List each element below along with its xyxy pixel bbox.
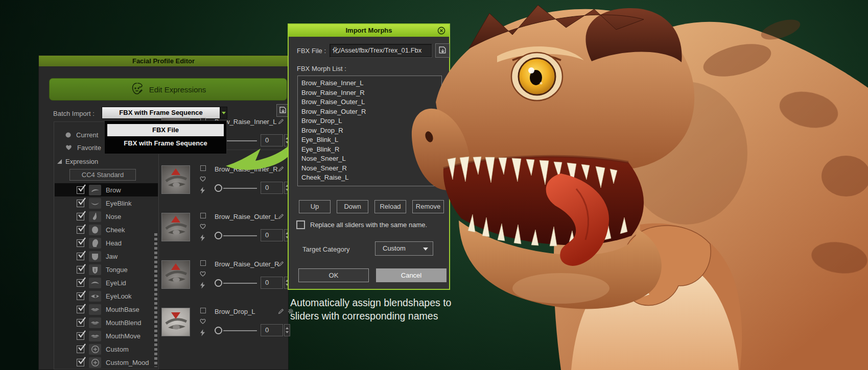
tree-item-brow[interactable]: Brow	[55, 183, 158, 196]
slider-value-field[interactable]: 0	[261, 182, 283, 194]
checkbox-checked-icon[interactable]	[77, 306, 84, 313]
tree-item-head[interactable]: Head	[55, 236, 158, 250]
heart-icon[interactable]	[200, 318, 206, 324]
slider-thumbnail[interactable]	[161, 213, 190, 241]
down-button[interactable]: Down	[337, 200, 368, 213]
reload-button[interactable]: Reload	[374, 200, 406, 213]
checkbox-checked-icon[interactable]	[77, 266, 84, 274]
slider-thumbnail[interactable]	[161, 165, 190, 194]
slider-track[interactable]	[223, 235, 257, 236]
tree-item-mouthmove[interactable]: MouthMove	[55, 329, 158, 342]
morph-list-item[interactable]: Brow_Raise_Outer_L	[301, 97, 441, 107]
pencil-icon[interactable]	[278, 261, 284, 267]
morph-list-item[interactable]: Brow_Raise_Outer_R	[301, 107, 441, 117]
slider-checkbox[interactable]	[200, 260, 206, 266]
browse-fbx-button[interactable]	[435, 43, 450, 58]
slider-checkbox[interactable]	[200, 213, 206, 218]
remove-button[interactable]: Remove	[412, 200, 444, 213]
dropdown-arrow-button[interactable]	[220, 107, 227, 119]
editor-title-bar[interactable]: Facial Profile Editor	[39, 56, 288, 66]
pencil-icon[interactable]	[278, 308, 284, 314]
cc4-standard-button[interactable]: CC4 Standard	[69, 169, 136, 181]
dropdown-menu-item[interactable]: FBX with Frame Sequence	[107, 137, 224, 150]
checkbox-checked-icon[interactable]	[77, 279, 84, 287]
morph-list-item[interactable]: Brow_Drop_L	[301, 116, 441, 126]
tree-item-mouthbase[interactable]: MouthBase	[55, 303, 158, 316]
tree-item-tongue[interactable]: Tongue	[55, 263, 158, 276]
value-spinner[interactable]	[284, 324, 290, 336]
edit-expressions-button[interactable]: Edit Expressions	[49, 78, 287, 101]
checkbox-checked-icon[interactable]	[77, 292, 84, 300]
pencil-icon[interactable]	[278, 118, 284, 125]
tree-item-eyelid[interactable]: EyeLid	[55, 276, 158, 289]
close-icon[interactable]	[437, 27, 445, 35]
checkbox-checked-icon[interactable]	[77, 253, 84, 260]
slider-value-field[interactable]: 0	[261, 324, 283, 336]
slider-checkbox[interactable]	[200, 308, 206, 313]
slider-knob[interactable]	[215, 327, 222, 334]
batch-import-dropdown[interactable]: FBX with Frame Sequence	[102, 107, 227, 119]
morph-list-item[interactable]: Eye_Blink_R	[301, 145, 441, 155]
slider-track[interactable]	[223, 330, 257, 331]
slider-value-field[interactable]: 0	[261, 134, 283, 146]
morph-list-item[interactable]: Cheek_Raise_L	[301, 173, 441, 183]
tree-item-mouthblend[interactable]: MouthBlend	[55, 316, 158, 329]
slider-value-field[interactable]: 0	[261, 229, 283, 241]
replace-sliders-option[interactable]: Replace all sliders with the same name.	[296, 220, 427, 229]
tree-item-custom[interactable]: Custom	[55, 342, 158, 356]
slider-value-field[interactable]: 0	[261, 277, 283, 289]
tree-item-current[interactable]: Current	[65, 130, 98, 140]
lightning-icon[interactable]	[200, 187, 205, 194]
tree-item-eyeblink[interactable]: EyeBlink	[55, 196, 158, 210]
morph-list-item[interactable]: Nose_Sneer_L	[301, 154, 441, 164]
tree-scrollbar[interactable]	[154, 233, 157, 367]
pencil-icon[interactable]	[278, 213, 284, 219]
morph-list-item[interactable]: Nose_Sneer_R	[301, 164, 441, 174]
slider-knob[interactable]	[215, 232, 222, 239]
pencil-icon[interactable]	[278, 166, 284, 172]
slider-track[interactable]	[223, 140, 257, 141]
tree-item-cheek[interactable]: Cheek	[55, 223, 158, 236]
checkbox-checked-icon[interactable]	[77, 319, 84, 327]
cancel-button[interactable]: Cancel	[376, 268, 447, 282]
morph-list-item[interactable]: Brow_Drop_R	[301, 126, 441, 136]
checkbox-checked-icon[interactable]	[77, 186, 84, 194]
slider-track[interactable]	[223, 283, 257, 284]
fbx-morph-listbox[interactable]: Brow_Raise_Inner_LBrow_Raise_Inner_RBrow…	[297, 76, 442, 186]
checkbox-checked-icon[interactable]	[77, 239, 84, 247]
checkbox-checked-icon[interactable]	[77, 346, 84, 353]
slider-knob[interactable]	[215, 279, 222, 287]
morph-list-item[interactable]: Brow_Raise_Inner_L	[301, 79, 441, 88]
tree-item-jaw[interactable]: Jaw	[55, 250, 158, 263]
slider-knob[interactable]	[215, 184, 222, 192]
tree-item-nose[interactable]: Nose	[55, 210, 158, 223]
tree-item-eyelook[interactable]: EyeLook	[55, 289, 158, 303]
lightning-icon[interactable]	[200, 282, 205, 289]
lightning-icon[interactable]	[200, 329, 205, 336]
checkbox-checked-icon[interactable]	[77, 359, 84, 366]
checkbox-checked-icon[interactable]	[77, 200, 84, 207]
morph-list-item[interactable]: Eye_Blink_L	[301, 135, 441, 145]
checkbox-checked-icon[interactable]	[77, 213, 84, 220]
slider-track[interactable]	[223, 188, 257, 189]
lightning-icon[interactable]	[200, 234, 205, 241]
tree-item-favorite[interactable]: Favorite	[65, 142, 101, 153]
heart-icon[interactable]	[200, 271, 206, 277]
checkbox-checked-icon[interactable]	[77, 332, 84, 340]
slider-thumbnail[interactable]	[161, 260, 190, 289]
dialog-title-bar[interactable]: Import Morphs	[289, 24, 449, 37]
dropdown-menu-item[interactable]: FBX File	[107, 124, 224, 136]
target-category-dropdown[interactable]: Custom	[375, 241, 433, 256]
tree-item-custom_mood[interactable]: Custom_Mood	[55, 356, 158, 369]
tree-group-expression[interactable]: Expression	[57, 158, 98, 165]
heart-icon[interactable]	[200, 176, 206, 182]
ok-button[interactable]: OK	[298, 268, 369, 282]
batch-import-selected-value[interactable]: FBX with Frame Sequence	[102, 107, 220, 119]
replace-sliders-checkbox[interactable]	[296, 220, 305, 229]
morph-list-item[interactable]: Brow_Raise_Inner_R	[301, 88, 441, 98]
up-button[interactable]: Up	[299, 200, 331, 213]
checkbox-checked-icon[interactable]	[77, 226, 84, 234]
slider-thumbnail[interactable]	[161, 308, 190, 336]
heart-icon[interactable]	[200, 224, 206, 229]
slider-checkbox[interactable]	[200, 165, 206, 171]
